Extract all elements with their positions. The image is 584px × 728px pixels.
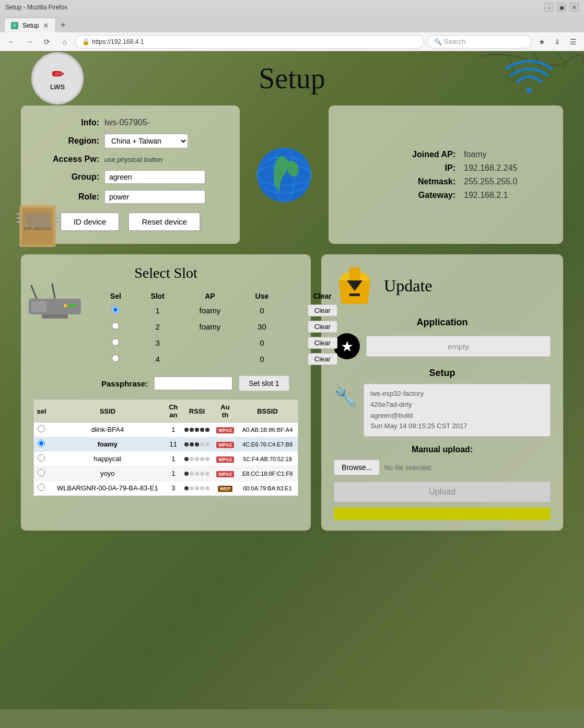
id-device-button[interactable]: ID device (60, 212, 120, 231)
search-bar[interactable]: 🔍 Search (427, 35, 532, 49)
forward-button[interactable]: → (22, 34, 37, 49)
slot-row: 4 0 Clear (96, 351, 361, 367)
back-button[interactable]: ← (4, 34, 19, 49)
col-slot: Slot (135, 290, 180, 302)
restore-button[interactable]: ▣ (557, 3, 566, 12)
svg-rect-8 (17, 213, 21, 215)
close-button[interactable]: ✕ (569, 3, 579, 12)
slot-radio-1[interactable] (112, 306, 119, 313)
ssid-row: foamy 11 WPA2 4C:E6:76:C4:E7:B8 (34, 437, 298, 452)
slot-number: 2 (135, 319, 180, 335)
logo-icon: ✏ (52, 66, 64, 83)
signal-dot (195, 428, 199, 432)
tab-close-button[interactable]: ✕ (43, 21, 49, 30)
reset-device-button[interactable]: Reset device (128, 212, 201, 231)
ssid-rssi (181, 481, 213, 496)
signal-dot (184, 486, 189, 490)
upload-button[interactable]: Upload (334, 482, 551, 502)
signal-dot-empty (195, 472, 199, 476)
signal-dot (184, 472, 189, 476)
browser-title: Setup - Mozilla Firefox (5, 4, 67, 11)
slot-clear-button-3[interactable]: Clear (308, 337, 337, 349)
ssid-radio-1[interactable] (38, 440, 45, 447)
nav-icons: ★ ⇓ ☰ (535, 35, 580, 49)
wrench-icon: 🔧 (334, 386, 357, 408)
ssid-radio-4[interactable] (38, 484, 45, 491)
info-row-info: Info: lws-057905- (37, 118, 224, 127)
signal-dot-empty (200, 472, 204, 476)
ip-value: 192.168.2.245 (464, 163, 547, 173)
passphrase-input[interactable] (154, 377, 232, 390)
ssid-auth: WPA2 (213, 422, 237, 437)
ssid-col-chan: Chan (166, 400, 181, 422)
group-input[interactable] (104, 170, 205, 184)
slot-number: 4 (135, 351, 180, 367)
bookmark-button[interactable]: ★ (535, 35, 548, 49)
application-value: empty (366, 336, 551, 357)
slot-radio-3[interactable] (112, 338, 119, 346)
setup-line4: Sun May 14 09:15:25 CST 2017 (370, 421, 544, 432)
slot-radio-2[interactable] (112, 322, 119, 330)
minimize-button[interactable]: – (544, 3, 554, 12)
col-ap: AP (180, 290, 240, 302)
passphrase-row: Passphrase: Set slot 1 (96, 375, 298, 391)
ssid-rssi (181, 452, 213, 466)
address-bar[interactable]: 🔒 https://192.168.4.1 (75, 35, 424, 49)
region-select[interactable]: China + Taiwan USA Europe (104, 134, 188, 148)
gateway-label: Gateway: (398, 191, 455, 200)
globe-icon (255, 146, 313, 204)
svg-rect-7 (25, 213, 51, 229)
signal-dot (190, 428, 194, 432)
slot-radio-4[interactable] (112, 355, 119, 362)
address-text: https://192.168.4.1 (92, 38, 144, 45)
manual-upload-title: Manual upload: (334, 445, 551, 454)
downloads-button[interactable]: ⇓ (551, 35, 564, 49)
set-slot-button[interactable]: Set slot 1 (239, 375, 289, 391)
menu-button[interactable]: ☰ (566, 35, 580, 49)
slot-ap (180, 335, 240, 351)
update-title: Update (384, 276, 432, 296)
progress-bar (334, 508, 551, 520)
tab-bar: S Setup ✕ + (0, 15, 584, 32)
reload-button[interactable]: ⟳ (40, 34, 54, 49)
signal-dot (184, 428, 189, 432)
col-use: Use (240, 290, 284, 302)
slot-clear-button-2[interactable]: Clear (308, 321, 337, 333)
signal-dot (184, 457, 189, 461)
setup-section: 🔧 lws-esp32-factory 426e7ad-dirty agreen… (334, 384, 551, 437)
new-tab-button[interactable]: + (56, 18, 70, 32)
home-button[interactable]: ⌂ (57, 34, 72, 49)
ssid-col-auth: Auth (213, 400, 237, 422)
ssid-bssid: E8:CC:18:0F:C1:F8 (237, 466, 298, 481)
slot-clear-button-4[interactable]: Clear (308, 353, 337, 365)
netmask-value: 255.255.255.0 (464, 177, 547, 186)
ssid-radio-3[interactable] (38, 469, 45, 476)
ssid-chan: 1 (166, 452, 181, 466)
role-input[interactable] (104, 190, 205, 204)
browser-tab[interactable]: S Setup ✕ (4, 18, 56, 32)
ssid-row: WLBARGNR-00-0A-79-BA-83-E1 3 WEP 00:0A:7… (34, 481, 298, 496)
signal-dot-empty (190, 457, 194, 461)
ssid-name: yoyo (49, 466, 166, 481)
ssid-bssid: 00:0A:79:BA:83:E1 (237, 481, 298, 496)
signal-dot (190, 442, 194, 447)
slot-clear-button-1[interactable]: Clear (308, 304, 337, 316)
ssid-radio-2[interactable] (38, 454, 45, 462)
setup-line3: agreen@build (370, 410, 544, 421)
ssid-table-wrapper: sel SSID Chan RSSI Auth BSSID dlink-BFA4… (33, 400, 298, 496)
ssid-radio-0[interactable] (38, 425, 45, 432)
setup-section-title: Setup (334, 368, 551, 379)
info-row-region: Region: China + Taiwan USA Europe (37, 134, 224, 148)
col-sel: Sel (96, 290, 135, 302)
router-image (26, 283, 84, 325)
lower-row: Select Slot (0, 254, 584, 541)
slot-use: 0 (240, 302, 284, 319)
ssid-col-ssid: SSID (49, 400, 166, 422)
browse-button[interactable]: Browse... (334, 460, 380, 475)
page-content: ✏ LWS Setup ESP MODULE (0, 51, 584, 709)
ssid-chan: 3 (166, 481, 181, 496)
signal-dot (195, 442, 199, 447)
net-row-joined-ap: Joined AP: foamy (344, 150, 547, 159)
svg-line-18 (31, 286, 37, 299)
network-panel: Joined AP: foamy IP: 192.168.2.245 Netma… (329, 105, 563, 244)
